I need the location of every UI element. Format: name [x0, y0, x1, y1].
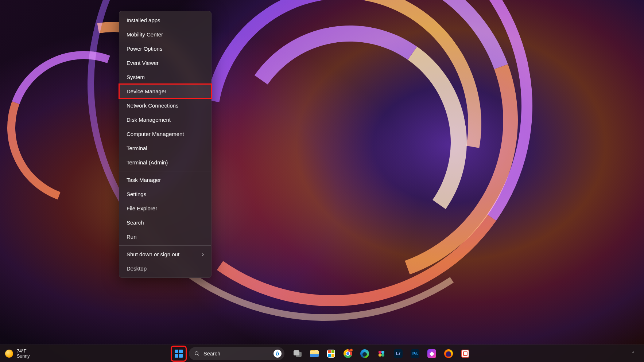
- menu-item-label: Search: [127, 219, 144, 226]
- menu-item-file-explorer[interactable]: File Explorer: [119, 201, 211, 215]
- menu-item-label: Computer Management: [127, 131, 184, 137]
- menu-item-computer-management[interactable]: Computer Management: [119, 127, 211, 141]
- menu-separator: [119, 171, 211, 171]
- lightroom-icon: Lr: [394, 349, 403, 358]
- taskbar-app-microsoft-edge[interactable]: [357, 346, 372, 361]
- menu-item-network-connections[interactable]: Network Connections: [119, 98, 211, 113]
- menu-item-label: Desktop: [127, 265, 147, 272]
- menu-item-search[interactable]: Search: [119, 215, 211, 230]
- menu-item-label: File Explorer: [127, 205, 157, 211]
- menu-item-label: Settings: [127, 191, 146, 197]
- menu-item-task-manager[interactable]: Task Manager: [119, 173, 211, 187]
- menu-item-run[interactable]: Run: [119, 230, 211, 244]
- weather-sunny-icon: [5, 350, 13, 358]
- taskbar-pinned-apps: LrPs◆: [290, 346, 473, 361]
- menu-item-terminal[interactable]: Terminal: [119, 141, 211, 155]
- menu-item-power-options[interactable]: Power Options: [119, 42, 211, 56]
- svg-point-0: [195, 351, 198, 355]
- menu-item-event-viewer[interactable]: Event Viewer: [119, 56, 211, 70]
- menu-item-label: Device Manager: [127, 88, 166, 94]
- chevron-up-icon: ˄: [630, 351, 637, 356]
- taskbar-app-google-chrome[interactable]: [341, 346, 355, 361]
- chrome-icon: [344, 349, 352, 358]
- snipping-tool-icon: [461, 350, 469, 358]
- menu-item-label: System: [127, 74, 145, 80]
- svg-line-1: [198, 354, 199, 355]
- weather-temp: 74°F: [17, 349, 30, 354]
- bing-icon[interactable]: b: [273, 350, 282, 358]
- slack-icon: [377, 350, 385, 358]
- taskbar-app-lightroom[interactable]: Lr: [391, 346, 406, 361]
- menu-item-settings[interactable]: Settings: [119, 187, 211, 201]
- menu-item-system[interactable]: System: [119, 70, 211, 84]
- microsoft-store-icon: [327, 350, 335, 358]
- menu-item-label: Terminal (Admin): [127, 159, 168, 166]
- photoshop-icon: Ps: [411, 349, 419, 358]
- menu-item-label: Terminal: [127, 145, 147, 151]
- menu-item-label: Power Options: [127, 46, 162, 52]
- menu-item-mobility-center[interactable]: Mobility Center: [119, 27, 211, 42]
- menu-item-label: Task Manager: [127, 177, 161, 183]
- menu-item-disk-management[interactable]: Disk Management: [119, 113, 211, 127]
- taskbar-app-microsoft-store[interactable]: [324, 346, 338, 361]
- menu-item-terminal-admin[interactable]: Terminal (Admin): [119, 155, 211, 170]
- taskbar-search[interactable]: Search b: [189, 347, 284, 360]
- taskbar-weather-widget[interactable]: 74°F Sunny: [0, 349, 73, 359]
- taskbar-app-snipping-tool[interactable]: [458, 346, 473, 361]
- menu-item-label: Network Connections: [127, 102, 179, 109]
- taskbar-right: ˄: [626, 346, 644, 361]
- weather-desc: Sunny: [17, 354, 30, 359]
- menu-item-desktop[interactable]: Desktop: [119, 261, 211, 276]
- taskbar: 74°F Sunny Search b LrPs◆ ˄: [0, 345, 644, 362]
- menu-separator: [119, 245, 211, 246]
- menu-item-label: Installed apps: [127, 17, 160, 23]
- task-view-icon: [294, 350, 302, 357]
- file-explorer-icon: [310, 350, 319, 357]
- winx-context-menu[interactable]: Installed appsMobility CenterPower Optio…: [119, 11, 212, 278]
- menu-item-installed-apps[interactable]: Installed apps: [119, 13, 211, 27]
- search-placeholder: Search: [203, 351, 270, 357]
- taskbar-app-file-explorer[interactable]: [307, 346, 322, 361]
- menu-item-device-manager[interactable]: Device Manager: [119, 84, 211, 98]
- tray-overflow-button[interactable]: ˄: [626, 346, 640, 361]
- chevron-right-icon: ›: [202, 251, 204, 258]
- firefox-icon: [444, 349, 453, 358]
- edge-icon: [360, 349, 369, 358]
- taskbar-app-photoshop[interactable]: Ps: [408, 346, 422, 361]
- weather-text: 74°F Sunny: [17, 349, 30, 359]
- menu-item-shutdown-signout[interactable]: Shut down or sign out›: [119, 247, 211, 261]
- affinity-photo-icon: ◆: [427, 349, 436, 358]
- taskbar-app-slack[interactable]: [374, 346, 389, 361]
- desktop-wallpaper: [0, 0, 644, 362]
- menu-item-label: Shut down or sign out: [127, 251, 179, 257]
- menu-item-label: Disk Management: [127, 117, 171, 123]
- taskbar-center: Search b LrPs◆: [171, 346, 473, 361]
- windows-logo-icon: [175, 350, 183, 358]
- taskbar-app-task-view[interactable]: [290, 346, 305, 361]
- taskbar-app-affinity-photo[interactable]: ◆: [424, 346, 439, 361]
- notification-badge: [350, 349, 353, 352]
- search-icon: [194, 351, 200, 357]
- menu-item-label: Mobility Center: [127, 31, 163, 38]
- start-button[interactable]: [171, 346, 186, 361]
- taskbar-app-firefox[interactable]: [441, 346, 456, 361]
- menu-item-label: Event Viewer: [127, 60, 159, 66]
- menu-item-label: Run: [127, 234, 137, 240]
